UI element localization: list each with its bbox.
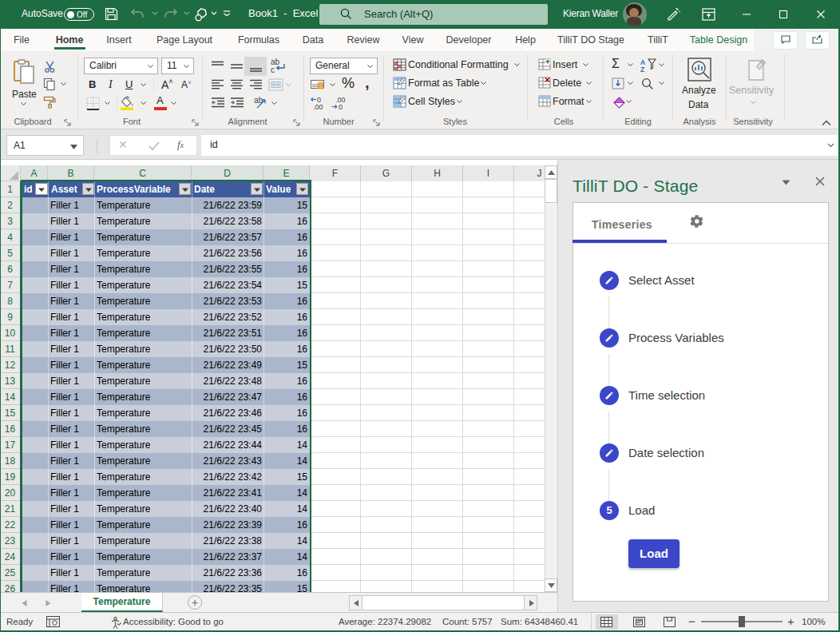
- svg-text:0: 0: [339, 103, 343, 111]
- svg-text:Z: Z: [640, 66, 644, 73]
- svg-text:c: c: [271, 66, 275, 74]
- svg-text:.00: .00: [313, 103, 323, 111]
